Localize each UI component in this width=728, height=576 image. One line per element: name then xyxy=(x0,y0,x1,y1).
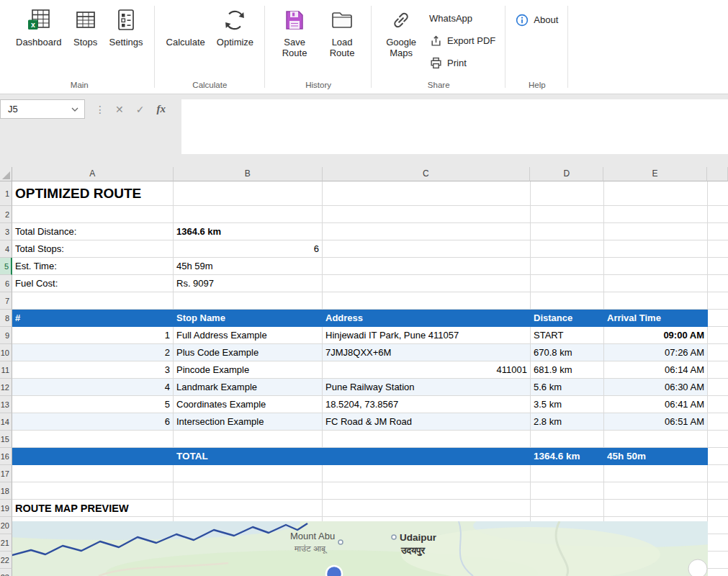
cell-D8[interactable]: Distance xyxy=(531,310,604,327)
cell-E5[interactable] xyxy=(604,258,708,275)
cell-E12[interactable]: 06:30 AM xyxy=(604,379,708,396)
whatsapp-button[interactable]: WhatsApp xyxy=(425,7,477,30)
cell-C8[interactable]: Address xyxy=(323,310,531,327)
cell-A15[interactable] xyxy=(12,431,174,448)
cell-C16[interactable] xyxy=(323,448,531,465)
cell-D3[interactable] xyxy=(531,223,604,240)
cell-B14[interactable]: Intersection Example xyxy=(174,413,323,431)
cell-A7[interactable] xyxy=(12,292,174,310)
cell-F7[interactable] xyxy=(708,292,728,310)
cell-E3[interactable] xyxy=(604,223,708,240)
cell-A14[interactable]: 6 xyxy=(12,413,174,431)
cell-F11[interactable] xyxy=(708,361,728,379)
cell-F20[interactable] xyxy=(708,517,728,534)
cell-D4[interactable] xyxy=(531,240,604,258)
cell-D10[interactable]: 670.8 km xyxy=(531,344,604,361)
cell-E4[interactable] xyxy=(604,240,708,258)
cell-B1[interactable] xyxy=(174,181,323,206)
row-header-10[interactable]: 10 xyxy=(0,344,12,361)
cell-A8[interactable]: # xyxy=(12,310,174,327)
print-button[interactable]: Print xyxy=(425,52,471,74)
row-header-3[interactable]: 3 xyxy=(0,223,12,240)
cell-B6[interactable]: Rs. 9097 xyxy=(174,275,323,292)
cell-B19[interactable] xyxy=(174,500,323,517)
formula-input[interactable] xyxy=(181,99,728,154)
row-header-15[interactable]: 15 xyxy=(0,431,12,448)
name-box-resize-handle[interactable]: ⋮ xyxy=(95,104,104,115)
cell-F5[interactable] xyxy=(708,258,728,275)
column-header-A[interactable]: A xyxy=(12,167,174,181)
cell-D15[interactable] xyxy=(531,431,604,448)
cell-A13[interactable]: 5 xyxy=(12,396,174,413)
cell-E18[interactable] xyxy=(604,482,708,500)
enter-button[interactable]: ✓ xyxy=(135,104,146,115)
cell-C4[interactable] xyxy=(323,240,531,258)
row-header-14[interactable]: 14 xyxy=(0,413,12,431)
settings-button[interactable]: Settings xyxy=(104,1,149,48)
cell-A19[interactable]: ROUTE MAP PREVIEW xyxy=(12,500,174,517)
row-header-17[interactable]: 17 xyxy=(0,465,12,482)
cell-D13[interactable]: 3.5 km xyxy=(531,396,604,413)
column-header-D[interactable]: D xyxy=(530,167,603,181)
row-header-16[interactable]: 16 xyxy=(0,448,12,465)
cell-E6[interactable] xyxy=(604,275,708,292)
cell-F3[interactable] xyxy=(708,223,728,240)
about-button[interactable]: About xyxy=(511,9,562,31)
cell-A5[interactable]: Est. Time: xyxy=(12,258,174,275)
row-header-20[interactable]: 20 xyxy=(0,517,12,534)
cell-A2[interactable] xyxy=(12,206,174,223)
cell-A1[interactable]: OPTIMIZED ROUTE xyxy=(12,181,174,206)
cell-E17[interactable] xyxy=(604,465,708,482)
cell-B16[interactable]: TOTAL xyxy=(174,448,323,465)
cell-D12[interactable]: 5.6 km xyxy=(531,379,604,396)
column-header-C[interactable]: C xyxy=(323,167,531,181)
cell-F21[interactable] xyxy=(708,534,728,552)
cell-F22[interactable] xyxy=(708,552,728,569)
dashboard-button[interactable]: x Dashboard xyxy=(10,1,68,48)
cell-F6[interactable] xyxy=(708,275,728,292)
cell-B12[interactable]: Landmark Example xyxy=(174,379,323,396)
cell-C7[interactable] xyxy=(323,292,531,310)
cell-E8[interactable]: Arrival Time xyxy=(604,310,708,327)
cell-B7[interactable] xyxy=(174,292,323,310)
cell-D7[interactable] xyxy=(531,292,604,310)
cell-B9[interactable]: Full Address Example xyxy=(174,327,323,344)
calculate-button[interactable]: Calculate xyxy=(161,1,211,48)
cell-A12[interactable]: 4 xyxy=(12,379,174,396)
cell-F17[interactable] xyxy=(708,465,728,482)
cell-F14[interactable] xyxy=(708,413,728,431)
cell-C10[interactable]: 7JMJ8QXX+6M xyxy=(323,344,531,361)
cell-E10[interactable]: 07:26 AM xyxy=(604,344,708,361)
cell-C9[interactable]: Hinjewadi IT Park, Pune 411057 xyxy=(323,327,531,344)
row-header-8[interactable]: 8 xyxy=(0,310,12,327)
cell-B11[interactable]: Pincode Example xyxy=(174,361,323,379)
save-route-button[interactable]: Save Route xyxy=(271,1,318,59)
cell-F1[interactable] xyxy=(708,181,728,206)
cell-F8[interactable] xyxy=(708,310,728,327)
row-header-2[interactable]: 2 xyxy=(0,206,12,223)
cell-E7[interactable] xyxy=(604,292,708,310)
cell-B5[interactable]: 45h 59m xyxy=(174,258,323,275)
cell-F18[interactable] xyxy=(708,482,728,500)
cell-E2[interactable] xyxy=(604,206,708,223)
cell-F2[interactable] xyxy=(708,206,728,223)
cell-E11[interactable]: 06:14 AM xyxy=(604,361,708,379)
row-header-12[interactable]: 12 xyxy=(0,379,12,396)
row-header-21[interactable]: 21 xyxy=(0,534,12,552)
cell-F16[interactable] xyxy=(708,448,728,465)
cell-E15[interactable] xyxy=(604,431,708,448)
cell-D11[interactable]: 681.9 km xyxy=(531,361,604,379)
cell-C12[interactable]: Pune Railway Station xyxy=(323,379,531,396)
route-map-preview[interactable]: Mount Abu माउंट आबू Udaipur उदयपुर xyxy=(12,521,708,576)
row-header-5[interactable]: 5 xyxy=(0,258,12,275)
select-all-corner[interactable] xyxy=(0,167,12,181)
cell-C18[interactable] xyxy=(323,482,531,500)
cell-A17[interactable] xyxy=(12,465,174,482)
optimize-button[interactable]: Optimize xyxy=(211,1,259,48)
cell-D16[interactable]: 1364.6 km xyxy=(531,448,604,465)
cell-E13[interactable]: 06:41 AM xyxy=(604,396,708,413)
cell-A18[interactable] xyxy=(12,482,174,500)
cell-B15[interactable] xyxy=(174,431,323,448)
row-header-11[interactable]: 11 xyxy=(0,361,12,379)
cell-C5[interactable] xyxy=(323,258,531,275)
